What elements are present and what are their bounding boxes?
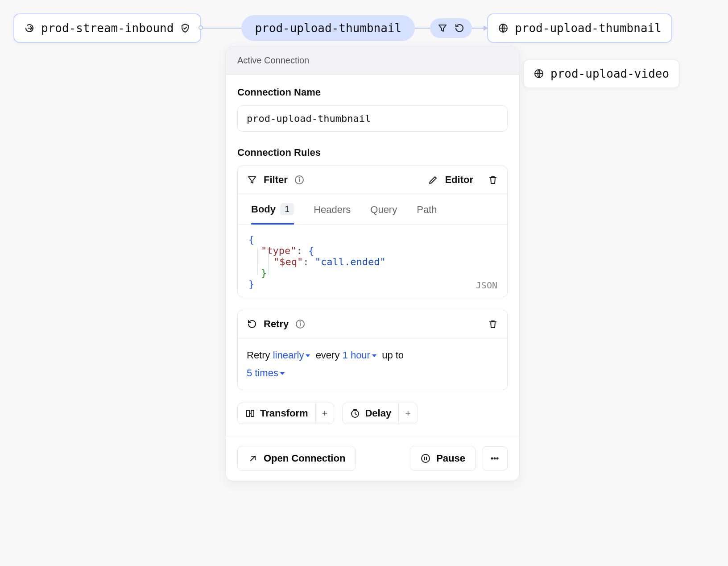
svg-point-5 bbox=[300, 322, 301, 322]
retry-text-every: every bbox=[316, 350, 340, 361]
retry-head: Retry bbox=[238, 310, 507, 338]
connector-3 bbox=[472, 28, 487, 29]
retry-text-retry: Retry bbox=[247, 350, 270, 361]
editor-label[interactable]: Editor bbox=[445, 174, 473, 186]
info-icon[interactable] bbox=[294, 175, 305, 185]
filter-card: Filter Editor Body bbox=[237, 166, 508, 297]
panel-footer: Open Connection Pause bbox=[226, 436, 519, 481]
tab-headers[interactable]: Headers bbox=[314, 194, 351, 225]
transform-label: Transform bbox=[260, 408, 308, 419]
delay-label: Delay bbox=[365, 408, 391, 419]
rules-label: Connection Rules bbox=[237, 147, 508, 158]
add-rule-chips: Transform + Delay + bbox=[237, 403, 508, 424]
code-key-type: "type" bbox=[261, 245, 296, 256]
retry-body: Retry linearly every 1 hour up to 5 time… bbox=[238, 338, 507, 390]
connection-panel: Active Connection Connection Name prod-u… bbox=[225, 46, 520, 481]
filter-code[interactable]: { "type": { "$eq": "call.ended" } } JSON bbox=[238, 225, 507, 297]
pause-button[interactable]: Pause bbox=[410, 446, 476, 471]
tab-path[interactable]: Path bbox=[417, 194, 437, 225]
globe-icon bbox=[498, 23, 509, 33]
transform-add[interactable]: + bbox=[315, 403, 334, 424]
tab-body-count: 1 bbox=[280, 203, 294, 215]
svg-point-11 bbox=[494, 458, 496, 459]
tab-body[interactable]: Body 1 bbox=[251, 194, 294, 225]
connection-name-input[interactable]: prod-upload-thumbnail bbox=[237, 105, 508, 132]
trash-icon[interactable] bbox=[488, 319, 498, 329]
connection-pill-label: prod-upload-thumbnail bbox=[255, 21, 401, 35]
more-button[interactable] bbox=[482, 446, 508, 470]
retry-icon[interactable] bbox=[454, 23, 465, 33]
transform-chip[interactable]: Transform + bbox=[237, 403, 334, 424]
open-connection-button[interactable]: Open Connection bbox=[237, 446, 356, 471]
shield-check-icon bbox=[180, 23, 190, 33]
transform-icon bbox=[245, 408, 256, 419]
retry-title: Retry bbox=[264, 318, 289, 330]
retry-select-times[interactable]: 5 times bbox=[247, 367, 285, 379]
filter-title: Filter bbox=[264, 174, 288, 186]
pause-label: Pause bbox=[436, 453, 465, 464]
connection-pill[interactable]: prod-upload-thumbnail bbox=[241, 15, 415, 41]
trash-icon[interactable] bbox=[488, 175, 498, 185]
svg-point-9 bbox=[422, 454, 430, 462]
target-node-1-label: prod-upload-thumbnail bbox=[515, 21, 662, 35]
source-arrow-icon bbox=[24, 23, 35, 33]
connector-2 bbox=[415, 28, 430, 29]
target-node-2-label: prod-upload-video bbox=[550, 67, 669, 80]
clock-icon bbox=[350, 408, 360, 419]
panel-body: Connection Name prod-upload-thumbnail Co… bbox=[226, 75, 519, 436]
retry-select-mode[interactable]: linearly bbox=[273, 350, 310, 361]
tab-query[interactable]: Query bbox=[370, 194, 397, 225]
retry-card: Retry Retry linearly every 1 hour up to … bbox=[237, 310, 508, 390]
pause-icon bbox=[420, 453, 431, 464]
filter-icon bbox=[247, 175, 257, 185]
code-lang-badge: JSON bbox=[476, 280, 497, 291]
filter-head: Filter Editor bbox=[238, 166, 507, 194]
retry-icon bbox=[247, 319, 257, 329]
retry-text-upto: up to bbox=[382, 350, 404, 361]
target-node-2[interactable]: prod-upload-video bbox=[523, 59, 680, 88]
connection-actions-pill bbox=[430, 18, 472, 38]
target-node-1[interactable]: prod-upload-thumbnail bbox=[487, 13, 672, 43]
name-label: Connection Name bbox=[237, 87, 508, 98]
flow-row: prod-stream-inbound prod-upload-thumbnai… bbox=[13, 13, 715, 43]
more-icon bbox=[489, 453, 500, 464]
connector-1 bbox=[201, 28, 241, 29]
source-label: prod-stream-inbound bbox=[41, 21, 174, 35]
delay-chip[interactable]: Delay + bbox=[342, 403, 418, 424]
globe-icon bbox=[534, 68, 544, 79]
filter-icon[interactable] bbox=[437, 23, 448, 33]
arrow-out-icon bbox=[248, 453, 258, 464]
code-key-eq: "$eq" bbox=[273, 256, 303, 267]
filter-tabs: Body 1 Headers Query Path bbox=[238, 194, 507, 225]
edit-icon[interactable] bbox=[428, 175, 438, 185]
svg-point-10 bbox=[492, 458, 493, 459]
retry-select-interval[interactable]: 1 hour bbox=[343, 350, 376, 361]
tab-body-label: Body bbox=[251, 204, 276, 215]
source-node[interactable]: prod-stream-inbound bbox=[13, 13, 201, 43]
panel-header: Active Connection bbox=[226, 46, 519, 75]
svg-point-12 bbox=[497, 458, 498, 459]
delay-add[interactable]: + bbox=[398, 403, 417, 424]
open-connection-label: Open Connection bbox=[264, 453, 345, 464]
info-icon[interactable] bbox=[295, 319, 306, 329]
svg-point-3 bbox=[299, 178, 299, 178]
code-val-eq: "call.ended" bbox=[315, 256, 386, 267]
